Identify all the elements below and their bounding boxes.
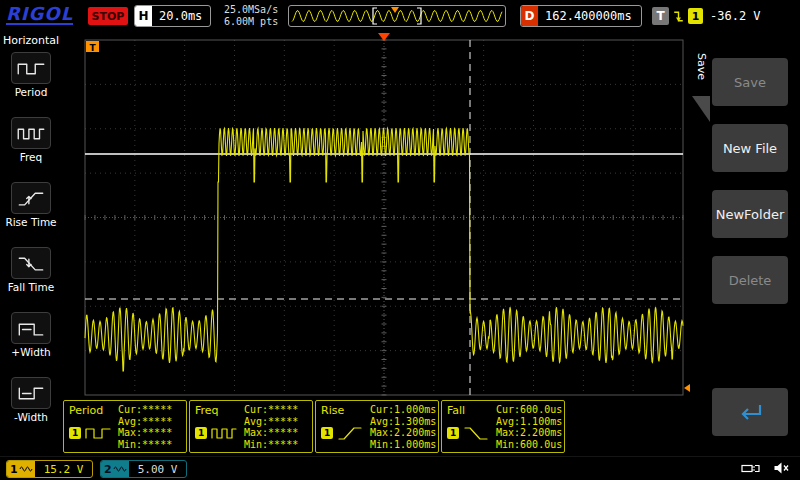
measure-item-plus-width[interactable]: +Width (0, 312, 62, 376)
fall-avg: Avg:1.100ms (496, 416, 565, 428)
freq-min: Min:***** (244, 439, 313, 451)
rise-max: Max:2.200ms (370, 427, 439, 439)
horizontal-scale-readout: H 20.0ms (134, 5, 211, 27)
rise-meas-icon (337, 425, 363, 441)
fall-meas-icon (463, 425, 489, 441)
measurement-panel-fall[interactable]: Fall 1 Cur:600.0us Avg:1.100ms Max:2.200… (441, 400, 565, 453)
save-button[interactable]: Save (712, 58, 788, 106)
sample-rate: 25.0MSa/s (224, 4, 278, 16)
measure-item-minus-width[interactable]: -Width (0, 377, 62, 441)
plot-svg: T (62, 32, 690, 398)
usb-icon (741, 462, 761, 475)
trigger-readout: T 1 -36.2 V (652, 5, 761, 27)
back-button[interactable] (712, 388, 788, 436)
source-badge: 1 (69, 427, 81, 439)
falling-edge-icon (672, 9, 685, 24)
waveform-display: T (62, 32, 690, 398)
horizontal-label: H (135, 6, 152, 26)
acquisition-info: 25.0MSa/s 6.00M pts (224, 4, 278, 28)
trigger-label: T (652, 7, 669, 25)
freq-meas-icon (211, 425, 237, 441)
fall-cur: Cur:600.0us (496, 404, 565, 416)
rise-avg: Avg:1.300ms (370, 416, 439, 428)
speaker-muted-icon (773, 461, 790, 475)
channel-1-scale: 15.2 V (35, 461, 93, 477)
fall-max: Max:2.200ms (496, 427, 565, 439)
measure-item-period[interactable]: Period (0, 52, 62, 116)
measurement-row: Period 1 Cur:***** Avg:***** Max:***** M… (62, 398, 690, 456)
channel-1-badge: 1 (10, 463, 18, 476)
horizontal-scale-value: 20.0ms (159, 9, 202, 23)
channel-1-status[interactable]: 1 15.2 V (6, 460, 93, 478)
run-state-badge[interactable]: STOP (88, 7, 128, 25)
rise-min: Min:1.000ms (370, 439, 439, 451)
channel-2-wave-icon (114, 465, 126, 473)
delay-readout: D 162.400000ms (520, 5, 642, 27)
period-meas-icon (85, 425, 111, 441)
trigger-source-badge: 1 (688, 8, 703, 24)
source-badge: 1 (195, 427, 207, 439)
measure-item-rise-time[interactable]: Rise Time (0, 182, 62, 246)
period-icon (11, 52, 51, 84)
channel-2-scale: 5.00 V (129, 461, 187, 477)
measure-item-freq[interactable]: Freq (0, 117, 62, 181)
measure-menu: Horizontal Period Freq Rise Time Fall Ti… (0, 32, 62, 456)
trigger-level-value: -36.2 V (710, 9, 761, 23)
memory-waveform-preview (288, 5, 506, 27)
measurement-panel-freq[interactable]: Freq 1 Cur:***** Avg:***** Max:***** Min… (189, 400, 313, 453)
period-avg: Avg:***** (118, 416, 187, 428)
freq-cur: Cur:***** (244, 404, 313, 416)
rise-time-icon (11, 182, 51, 214)
delay-value: 162.400000ms (545, 9, 632, 23)
channel-status-bar: 1 15.2 V 2 5.00 V (0, 456, 800, 480)
new-folder-button[interactable]: NewFolder (712, 190, 788, 238)
return-arrow-icon (733, 401, 767, 423)
new-file-button[interactable]: New File (712, 124, 788, 172)
rigol-logo: RIGOL (6, 4, 73, 25)
freq-avg: Avg:***** (244, 416, 313, 428)
fall-min: Min:600.0us (496, 439, 565, 451)
measure-item-fall-time[interactable]: Fall Time (0, 247, 62, 311)
memory-depth: 6.00M pts (224, 16, 278, 28)
period-cur: Cur:***** (118, 404, 187, 416)
period-max: Max:***** (118, 427, 187, 439)
menu-tab-notch (692, 96, 710, 122)
source-badge: 1 (447, 427, 459, 439)
top-bar: RIGOL STOP H 20.0ms 25.0MSa/s 6.00M pts … (0, 0, 800, 32)
source-badge: 1 (321, 427, 333, 439)
menu-tab-save: Save (692, 38, 710, 96)
measurement-panel-period[interactable]: Period 1 Cur:***** Avg:***** Max:***** M… (63, 400, 187, 453)
delete-button[interactable]: Delete (712, 256, 788, 304)
channel-2-badge: 2 (104, 463, 112, 476)
fall-time-icon (11, 247, 51, 279)
oscilloscope-screen: RIGOL STOP H 20.0ms 25.0MSa/s 6.00M pts … (0, 0, 800, 480)
channel-2-status[interactable]: 2 5.00 V (100, 460, 187, 478)
freq-icon (11, 117, 51, 149)
rise-cur: Cur:1.000ms (370, 404, 439, 416)
plus-width-icon (11, 312, 51, 344)
measure-menu-title: Horizontal (0, 32, 62, 51)
svg-text:T: T (89, 43, 96, 53)
delay-label: D (521, 6, 538, 26)
period-min: Min:***** (118, 439, 187, 451)
minus-width-icon (11, 377, 51, 409)
freq-max: Max:***** (244, 427, 313, 439)
soft-menu-panel: Save Save New File NewFolder Delete (690, 32, 800, 456)
preview-svg (289, 6, 505, 26)
channel-1-wave-icon (20, 465, 32, 473)
measurement-panel-rise[interactable]: Rise 1 Cur:1.000ms Avg:1.300ms Max:2.200… (315, 400, 439, 453)
